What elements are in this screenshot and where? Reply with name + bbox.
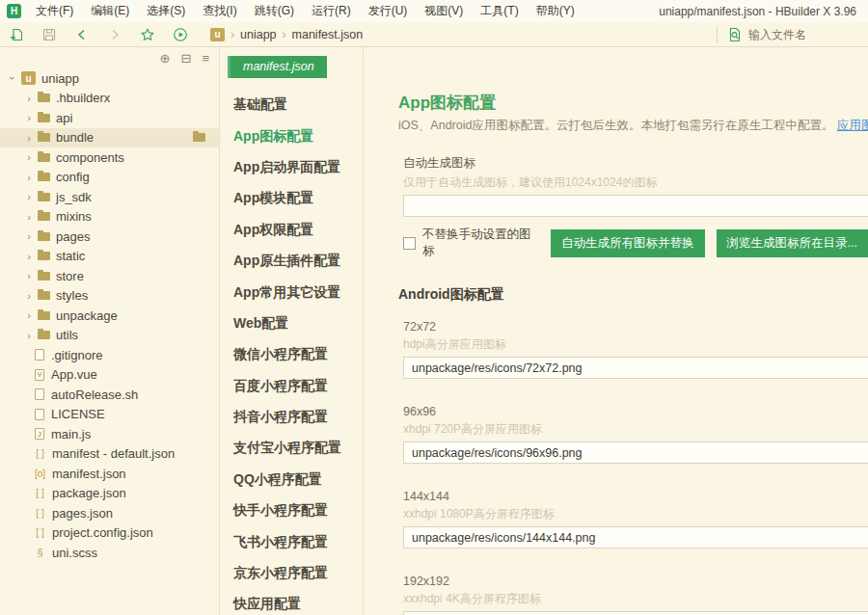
tree-item-js-sdk[interactable]: ›js_sdk xyxy=(0,187,219,207)
menu-item-goto[interactable]: 跳转(G) xyxy=(246,0,303,22)
chevron-right-icon[interactable]: › xyxy=(24,309,34,321)
nav-item-web[interactable]: Web配置 xyxy=(220,308,363,339)
tree-item-label: .hbuilderx xyxy=(56,91,110,105)
menu-item-file[interactable]: 文件(F) xyxy=(27,0,82,22)
tree-item-styles[interactable]: ›styles xyxy=(0,286,219,307)
nav-item-quickapp[interactable]: 快应用配置 xyxy=(220,589,363,615)
tree-item-static[interactable]: ›static xyxy=(0,247,219,267)
tree-item-hbuilderx[interactable]: ›.hbuilderx xyxy=(0,89,219,109)
tree-item-license[interactable]: LICENSE xyxy=(0,405,219,425)
json-file-icon: [ ] xyxy=(34,508,46,519)
nav-item-base[interactable]: 基础配置 xyxy=(220,90,363,120)
back-icon[interactable] xyxy=(74,27,90,42)
tree-item-pages-json[interactable]: [ ]pages.json xyxy=(0,503,219,523)
icon-path-input-144x144[interactable] xyxy=(403,526,868,548)
nav-item-app-permissions[interactable]: App权限配置 xyxy=(220,215,363,246)
nav-item-baidu-mp[interactable]: 百度小程序配置 xyxy=(220,371,363,402)
forward-icon[interactable] xyxy=(107,27,122,42)
tree-item-api[interactable]: ›api xyxy=(0,108,219,128)
tree-item-uni-scss[interactable]: §uni.scss xyxy=(0,543,219,563)
tree-item-bundle[interactable]: ›bundle xyxy=(0,128,219,148)
nav-item-app-icons[interactable]: App图标配置 xyxy=(220,120,363,151)
icon-field-144x144: 144x144xxhdpi 1080P高分屏程序图标 xyxy=(403,490,868,548)
chevron-right-icon[interactable]: › xyxy=(24,172,34,183)
menu-item-edit[interactable]: 编辑(E) xyxy=(82,0,138,22)
tree-item-manifest-default-json[interactable]: [ ]manifest - default.json xyxy=(0,444,219,465)
tree-item-uniapp-root[interactable]: › u uniapp xyxy=(0,68,219,89)
chevron-right-icon[interactable]: › xyxy=(24,270,34,281)
new-file-icon[interactable] xyxy=(9,27,24,42)
nav-item-qq-mp[interactable]: QQ小程序配置 xyxy=(220,465,363,495)
tab-manifest-json[interactable]: manifest.json xyxy=(228,56,327,78)
nav-item-app-modules[interactable]: App模块配置 xyxy=(220,183,363,214)
menu-item-tools[interactable]: 工具(T) xyxy=(472,0,527,22)
tree-item-mixins[interactable]: ›mixins xyxy=(0,207,219,227)
tree-item-project-config-json[interactable]: [ ]project.config.json xyxy=(0,523,219,544)
folder-icon xyxy=(38,232,50,241)
uniapp-project-icon: u xyxy=(21,71,36,85)
tree-item-app-vue[interactable]: VApp.vue xyxy=(0,365,219,386)
chevron-right-icon[interactable]: › xyxy=(24,151,34,163)
icon-path-input-72x72[interactable] xyxy=(403,357,868,379)
breadcrumb-separator: › xyxy=(231,28,234,41)
tree-item-gitignore[interactable]: .gitignore xyxy=(0,345,219,365)
tree-item-unpackage[interactable]: ›unpackage xyxy=(0,306,219,326)
icon-config-notes-link[interactable]: 应用图标配置注意事项 xyxy=(837,119,868,132)
keep-manual-icons-checkbox[interactable] xyxy=(403,237,416,250)
tree-item-pages[interactable]: ›pages xyxy=(0,227,219,247)
nav-item-kuaishou-mp[interactable]: 快手小程序配置 xyxy=(220,495,363,526)
file-search-box[interactable] xyxy=(717,26,864,43)
nav-item-jd-mp[interactable]: 京东小程序配置 xyxy=(220,558,363,589)
collapse-all-icon[interactable]: ⊟ xyxy=(181,52,192,65)
folder-icon xyxy=(38,252,50,260)
icon-path-input-96x96[interactable] xyxy=(403,441,868,464)
chevron-right-icon[interactable]: › xyxy=(24,330,34,341)
explorer-menu-icon[interactable]: ≡ xyxy=(202,52,209,65)
locate-file-icon[interactable]: ⊕ xyxy=(160,52,171,65)
chevron-right-icon[interactable]: › xyxy=(24,251,34,262)
chevron-right-icon[interactable]: › xyxy=(24,93,34,104)
generate-all-icons-button[interactable]: 自动生成所有图标并替换 xyxy=(551,229,705,257)
favorite-star-icon[interactable] xyxy=(140,27,155,42)
nav-item-feishu-mp[interactable]: 飞书小程序配置 xyxy=(220,526,363,557)
tree-item-components[interactable]: ›components xyxy=(0,147,219,168)
nav-item-app-native-plugins[interactable]: App原生插件配置 xyxy=(220,246,363,277)
breadcrumb-file[interactable]: manifest.json xyxy=(292,28,364,41)
auto-generate-source-input[interactable] xyxy=(403,195,868,217)
nav-item-weixin-mp[interactable]: 微信小程序配置 xyxy=(220,339,363,370)
breadcrumb-project[interactable]: uniapp xyxy=(240,28,277,41)
menu-item-run[interactable]: 运行(R) xyxy=(303,0,360,22)
file-search-input[interactable] xyxy=(748,28,864,41)
tree-item-utils[interactable]: ›utils xyxy=(0,326,219,346)
tree-item-main-js[interactable]: Jmain.js xyxy=(0,424,219,444)
menu-item-select[interactable]: 选择(S) xyxy=(138,0,194,22)
icon-path-input-192x192[interactable] xyxy=(403,611,868,615)
nav-item-app-misc[interactable]: App常用其它设置 xyxy=(220,277,363,308)
subtitle-text: iOS、Android应用图标配置。云打包后生效。本地打包需另行在原生工程中配置… xyxy=(398,119,833,132)
folder-icon xyxy=(38,311,50,320)
tree-item-package-json[interactable]: [ ]package.json xyxy=(0,484,219,504)
tree-item-label: LICENSE xyxy=(51,407,105,421)
save-icon[interactable] xyxy=(41,27,57,42)
menu-item-help[interactable]: 帮助(Y) xyxy=(528,0,583,22)
nav-item-alipay-mp[interactable]: 支付宝小程序配置 xyxy=(220,433,363,464)
chevron-right-icon[interactable]: › xyxy=(24,112,34,123)
nav-item-app-launch[interactable]: App启动界面配置 xyxy=(220,152,363,183)
browse-icons-dir-button[interactable]: 浏览生成图标所在目录... xyxy=(717,229,868,257)
chevron-right-icon[interactable]: › xyxy=(24,132,34,144)
run-icon[interactable] xyxy=(173,27,188,42)
chevron-right-icon[interactable]: › xyxy=(24,290,34,302)
chevron-right-icon[interactable]: › xyxy=(24,191,34,202)
chevron-down-icon[interactable]: › xyxy=(7,73,18,83)
tree-item-store[interactable]: ›store xyxy=(0,266,219,286)
tree-item-manifest-json[interactable]: [o]manifest.json xyxy=(0,464,219,484)
nav-item-douyin-mp[interactable]: 抖音小程序配置 xyxy=(220,402,363,433)
chevron-right-icon[interactable]: › xyxy=(24,211,34,223)
menu-item-find[interactable]: 查找(I) xyxy=(194,0,245,22)
chevron-right-icon[interactable]: › xyxy=(24,230,34,242)
icon-field-72x72: 72x72hdpi高分屏应用图标 xyxy=(403,320,868,379)
menu-item-view[interactable]: 视图(V) xyxy=(416,0,472,22)
tree-item-config[interactable]: ›config xyxy=(0,168,219,188)
tree-item-autorelease-sh[interactable]: autoRelease.sh xyxy=(0,385,219,405)
menu-item-publish[interactable]: 发行(U) xyxy=(360,0,417,22)
